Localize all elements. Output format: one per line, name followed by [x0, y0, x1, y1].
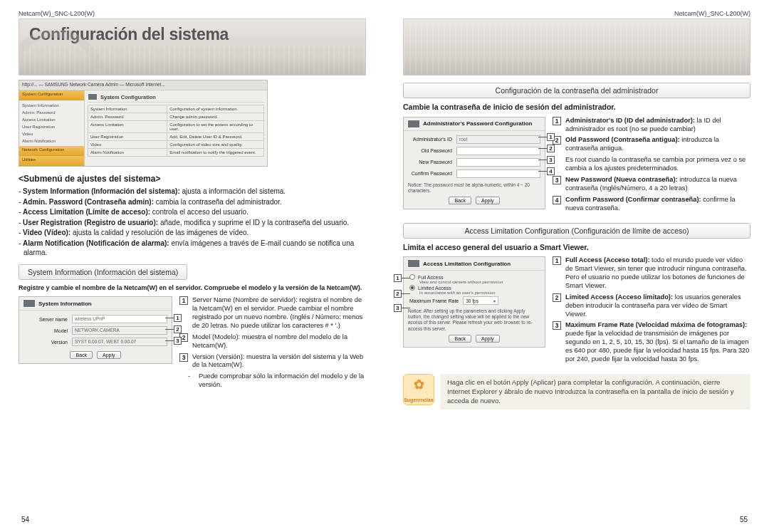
model-field: NETWORK CAMERA: [72, 326, 167, 335]
frame-rate-select[interactable]: 30 fps: [463, 296, 498, 305]
old-password-input[interactable]: [456, 147, 540, 155]
apply-button[interactable]: Apply: [476, 335, 500, 343]
side-heading-util: Utilities: [19, 156, 84, 166]
access-lead: Limita el acceso general del usuario a S…: [403, 243, 750, 253]
sysinfo-pill: System Information (Información del sist…: [19, 264, 187, 280]
submenu-heading: <Submenú de ajustes del sistema>: [19, 174, 366, 184]
header-left: Netcam(W)_SNC-L200(W): [19, 10, 95, 17]
new-password-input[interactable]: [456, 158, 540, 167]
admin-password-panel: Administrator's Password Configuration A…: [403, 117, 545, 209]
page-number-right: 55: [740, 516, 748, 523]
admin-lead: Cambie la contraseña de inicio de sesión…: [403, 103, 750, 113]
page-number-left: 54: [21, 516, 29, 523]
access-limitation-panel: Access Limitation Configuration Full Acc…: [403, 256, 545, 348]
browser-titlebar: http://... — SAMSUNG Network Camera Admi…: [19, 80, 267, 90]
sysinfo-note: Registre y cambie el nombre de la Netcam…: [19, 284, 366, 293]
admin-id-field: root: [456, 135, 540, 144]
manual-spread: Netcam(W)_SNC-L200(W) . Configuración de…: [0, 0, 769, 532]
panel-icon: [407, 259, 420, 268]
apply-button[interactable]: Apply: [476, 197, 500, 204]
back-button[interactable]: Back: [70, 351, 93, 359]
submenu-list: System Information (Información del sist…: [19, 187, 366, 258]
access-descriptions: 1Full Access (Acceso total): todo el mun…: [553, 256, 750, 367]
sysinfo-panel: System Information Server name wireless …: [19, 296, 172, 364]
side-heading: System Configuration: [19, 90, 84, 100]
hero-banner-right: [403, 19, 750, 75]
sysinfo-descriptions: 1Server Name (Nombre de servidor): regis…: [179, 296, 366, 392]
panel-icon: [407, 120, 420, 128]
admin-descriptions: 1Administrator's ID (ID del administrado…: [553, 117, 750, 216]
server-name-input[interactable]: wireless UPnP: [72, 315, 167, 323]
config-table: System InformationConfiguration of syste…: [88, 105, 264, 157]
confirm-password-input[interactable]: [456, 169, 540, 178]
admin-pill: Configuración de la contraseña del admin…: [403, 83, 750, 98]
system-config-screenshot: http://... — SAMSUNG Network Camera Admi…: [19, 80, 268, 167]
tip-icon: Sugerencias: [403, 374, 434, 405]
side-heading-net: Network Configuration: [19, 146, 84, 156]
header-right: Netcam(W)_SNC-L200(W): [674, 10, 750, 17]
hero-banner: Configuración del sistema: [19, 19, 366, 75]
panel-icon: [23, 299, 36, 308]
version-field: SYST 0.00.07, WEBT 0.00.07: [72, 338, 167, 346]
access-pill: Access Limitation Configuration (Configu…: [403, 223, 750, 239]
left-page: Netcam(W)_SNC-L200(W) . Configuración de…: [0, 0, 384, 532]
right-page: . Netcam(W)_SNC-L200(W) Configuración de…: [384, 0, 769, 532]
back-button[interactable]: Back: [449, 197, 471, 204]
tip-text: Haga clic en el botón Apply (Aplicar) pa…: [440, 374, 750, 410]
back-button[interactable]: Back: [449, 335, 471, 343]
apply-button[interactable]: Apply: [97, 351, 121, 359]
suggestions-tip: Sugerencias Haga clic en el botón Apply …: [403, 374, 750, 410]
